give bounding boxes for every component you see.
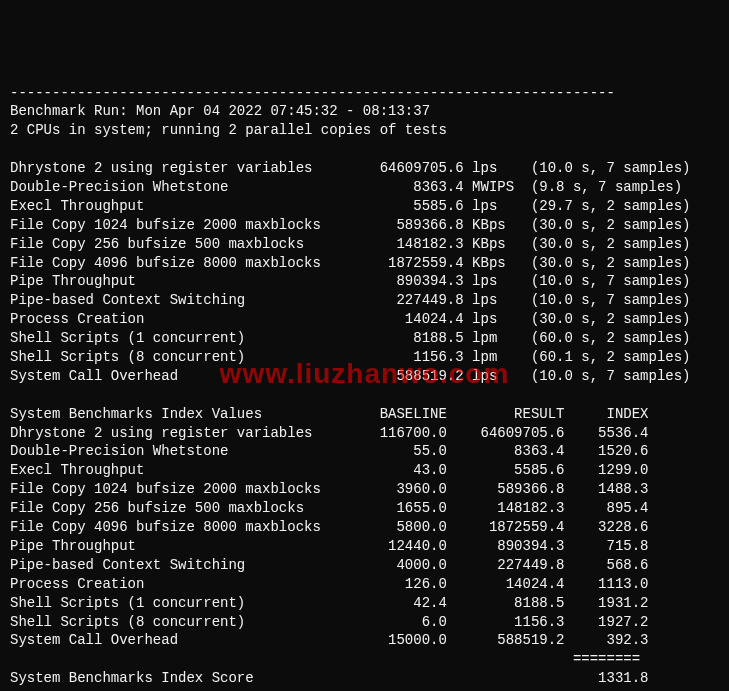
terminal-output: ----------------------------------------… — [10, 84, 719, 691]
